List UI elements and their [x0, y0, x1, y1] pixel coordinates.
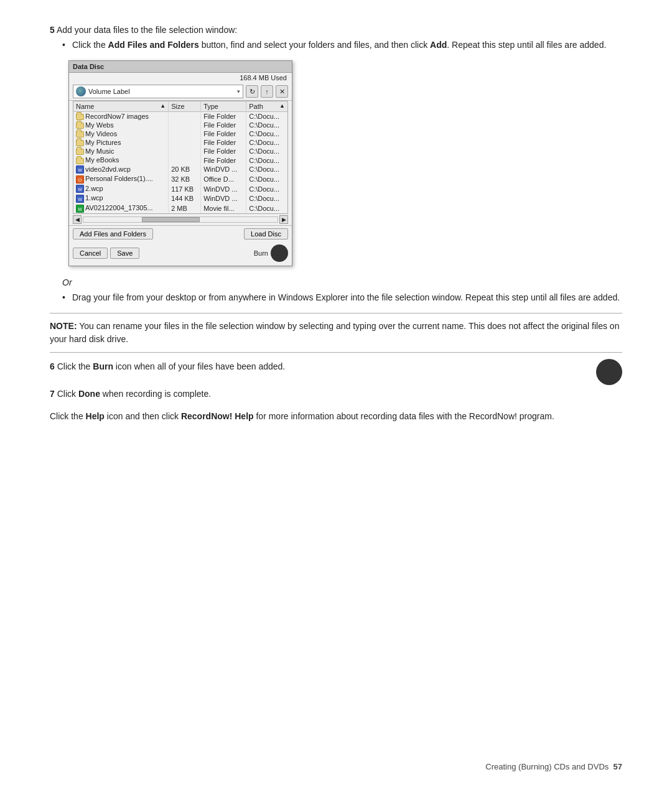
- add-files-button[interactable]: Add Files and Folders: [73, 228, 153, 239]
- scroll-track[interactable]: [83, 216, 278, 223]
- burn-icon-large: [596, 359, 622, 385]
- folder-icon: [76, 114, 84, 120]
- cell-type: WinDVD ...: [201, 193, 246, 203]
- col-type[interactable]: Type: [201, 101, 246, 112]
- cell-path: C:\Docu...: [246, 121, 287, 129]
- cell-path: C:\Docu...: [246, 147, 287, 156]
- footer-page: 57: [614, 762, 622, 771]
- or-text: Or: [62, 277, 622, 287]
- dialog-title: Data Disc: [73, 63, 104, 70]
- final-para: Click the Help icon and then click Recor…: [50, 410, 622, 423]
- step-7-text-after: when recording is complete.: [100, 389, 211, 399]
- note-block: NOTE: You can rename your files in the f…: [50, 313, 622, 353]
- wcp-icon: W: [76, 195, 84, 203]
- cell-name: OPersonal Folders(1)....: [73, 174, 169, 184]
- cancel-button[interactable]: Cancel: [73, 248, 108, 259]
- wcp-icon: W: [76, 165, 84, 174]
- cell-size: [169, 121, 201, 129]
- table-header-row: Name ▲ Size Type Path ▲: [73, 101, 287, 112]
- file-table-body: RecordNow7 images File Folder C:\Docu...…: [73, 112, 287, 213]
- final-bold2: RecordNow! Help: [181, 411, 254, 421]
- final-para-text: Click the Help icon and then click Recor…: [50, 410, 622, 423]
- burn-label: Burn: [254, 249, 268, 257]
- footer-left-buttons: Cancel Save: [73, 248, 139, 259]
- cell-size: 2 MB: [169, 203, 201, 213]
- bullet-2-text: Drag your file from your desktop or from…: [72, 292, 620, 302]
- cell-name: My Webs: [73, 121, 169, 129]
- step-7-block: 7 Click Done when recording is complete.: [50, 389, 622, 399]
- dialog-usage: 168.4 MB Used: [69, 73, 292, 83]
- folder-icon: [76, 158, 84, 164]
- table-row: My Music File Folder C:\Docu...: [73, 147, 287, 156]
- cell-size: 117 KB: [169, 184, 201, 194]
- step-5-heading: 5 Add your data files to the file select…: [50, 25, 622, 35]
- table-row: My eBooks File Folder C:\Docu...: [73, 156, 287, 164]
- dropdown-arrow-icon: ▾: [237, 88, 240, 95]
- col-name[interactable]: Name ▲: [73, 101, 169, 112]
- cell-name: W2.wcp: [73, 184, 169, 194]
- refresh-button[interactable]: ↻: [246, 85, 258, 98]
- cell-name: My eBooks: [73, 156, 169, 164]
- col-size[interactable]: Size: [169, 101, 201, 112]
- footer-text: Creating (Burning) CDs and DVDs: [485, 762, 609, 771]
- save-button[interactable]: Save: [110, 248, 139, 259]
- cell-name: My Videos: [73, 129, 169, 138]
- load-disc-button[interactable]: Load Disc: [244, 228, 288, 239]
- cell-name: RecordNow7 images: [73, 112, 169, 121]
- cell-size: [169, 112, 201, 121]
- cell-type: Office D...: [201, 174, 246, 184]
- cell-path: C:\Docu...: [246, 184, 287, 194]
- cell-name: MAV02122004_17305...: [73, 203, 169, 213]
- office-icon: O: [76, 175, 84, 184]
- step-5-bullet-1: Click the Add Files and Folders button, …: [62, 39, 622, 52]
- table-row: My Webs File Folder C:\Docu...: [73, 121, 287, 129]
- folder-icon: [76, 149, 84, 155]
- scroll-right-btn[interactable]: ▶: [279, 215, 288, 224]
- folder-icon: [76, 131, 84, 137]
- col-path[interactable]: Path ▲: [246, 101, 287, 112]
- cell-path: C:\Docu...: [246, 112, 287, 121]
- cell-type: File Folder: [201, 147, 246, 156]
- volume-label-box[interactable]: Volume Label ▾: [73, 85, 243, 98]
- scroll-thumb[interactable]: [142, 217, 200, 222]
- cell-type: File Folder: [201, 156, 246, 164]
- burn-icon[interactable]: [271, 244, 288, 262]
- up-button[interactable]: ↑: [261, 85, 273, 98]
- cell-path: C:\Docu...: [246, 203, 287, 213]
- close-button[interactable]: ✕: [276, 85, 288, 98]
- table-row: Wvideo2dvd.wcp 20 KB WinDVD ... C:\Docu.…: [73, 165, 287, 175]
- step-7-para: 7 Click Done when recording is complete.: [50, 389, 622, 399]
- folder-icon: [76, 140, 84, 146]
- table-row: My Pictures File Folder C:\Docu...: [73, 138, 287, 147]
- cell-size: 32 KB: [169, 174, 201, 184]
- cell-type: File Folder: [201, 129, 246, 138]
- step-6-para: 6 Click the Burn icon when all of your f…: [50, 361, 586, 371]
- scroll-left-btn[interactable]: ◀: [73, 215, 82, 224]
- note-label: NOTE:: [50, 321, 77, 331]
- page-footer: Creating (Burning) CDs and DVDs 57: [485, 762, 622, 771]
- table-row: MAV02122004_17305... 2 MB Movie fil... C…: [73, 203, 287, 213]
- cell-type: File Folder: [201, 112, 246, 121]
- cell-type: Movie fil...: [201, 203, 246, 213]
- final-text1: Click the: [50, 411, 86, 421]
- step-5-block: 5 Add your data files to the file select…: [50, 25, 622, 266]
- cell-name: My Music: [73, 147, 169, 156]
- step-6-number: 6: [50, 361, 55, 371]
- cell-size: [169, 147, 201, 156]
- data-disc-dialog: Data Disc 168.4 MB Used Volume Label ▾ ↻…: [68, 60, 292, 266]
- horizontal-scrollbar[interactable]: ◀ ▶: [69, 214, 292, 225]
- cell-type: File Folder: [201, 138, 246, 147]
- burn-area: Burn: [254, 244, 288, 262]
- volume-label-text: Volume Label: [88, 88, 235, 95]
- cell-path: C:\Docu...: [246, 174, 287, 184]
- step-6-row: 6 Click the Burn icon when all of your f…: [50, 361, 622, 385]
- table-row: W1.wcp 144 KB WinDVD ... C:\Docu...: [73, 193, 287, 203]
- page-content: 5 Add your data files to the file select…: [50, 25, 622, 423]
- final-text2: icon and then click: [105, 411, 181, 421]
- final-bold1: Help: [86, 411, 105, 421]
- step-5-number: 5: [50, 25, 55, 35]
- step-5-text: Add your data files to the file selectio…: [55, 25, 237, 35]
- cell-path: C:\Docu...: [246, 165, 287, 175]
- dialog-titlebar: Data Disc: [69, 61, 292, 73]
- step-5-bullets: Click the Add Files and Folders button, …: [50, 39, 622, 52]
